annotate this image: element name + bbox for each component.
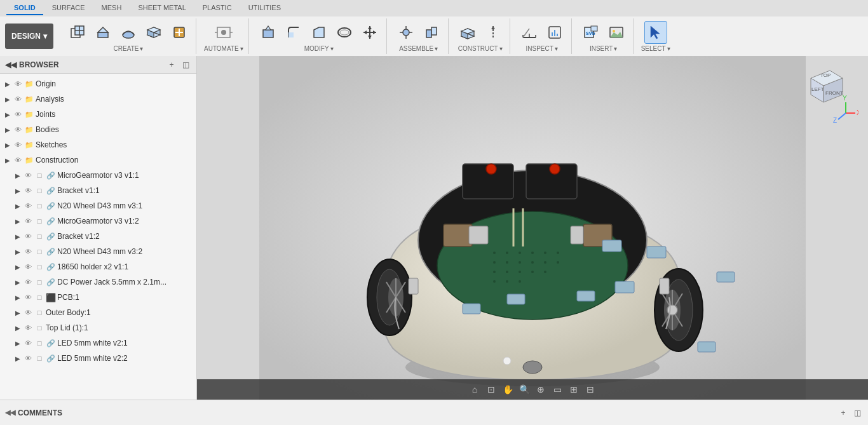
tree-item-led2[interactable]: ▶ 👁 □ 🔗 LED 5mm white v2:2 (0, 351, 196, 366)
tree-arrow-microgearmotor1[interactable]: ▶ (13, 172, 23, 179)
automate-label[interactable]: AUTOMATE ▾ (204, 45, 243, 52)
tree-arrow-led1[interactable]: ▶ (13, 340, 23, 347)
tree-arrow-holder18650[interactable]: ▶ (13, 264, 23, 271)
tree-arrow-microgearmotor2[interactable]: ▶ (13, 218, 23, 225)
design-button[interactable]: DESIGN ▾ (5, 24, 53, 49)
tree-item-bracket2[interactable]: ▶ 👁 □ 🔗 Bracket v1:2 (0, 229, 196, 244)
home-view-icon[interactable]: ⌂ (468, 382, 482, 396)
tree-item-toplid[interactable]: ▶ 👁 □ Top Lid (1):1 (0, 320, 196, 335)
inspect-measure-btn[interactable] (518, 21, 541, 44)
comments-add-icon[interactable]: + (837, 407, 849, 419)
construct-plane-btn[interactable] (456, 21, 479, 44)
eye-icon-origin[interactable]: 👁 (13, 79, 23, 89)
create-extrude-btn[interactable] (92, 21, 114, 44)
tab-mesh[interactable]: MESH (94, 1, 130, 15)
tab-utilities[interactable]: UTILITIES (241, 1, 288, 15)
tree-item-microgearmotor2[interactable]: ▶ 👁 □ 🔗 MicroGearmotor v3 v1:2 (0, 213, 196, 229)
browser-add-icon[interactable]: + (166, 59, 177, 71)
modify-chamfer-btn[interactable] (308, 21, 330, 44)
eye-icon-n20wheel2[interactable]: 👁 (23, 246, 33, 257)
tree-arrow-outerbody[interactable]: ▶ (13, 309, 23, 316)
select-btn[interactable] (644, 21, 667, 44)
eye-icon-n20wheel1[interactable]: 👁 (23, 201, 33, 211)
eye-icon-construction[interactable]: 👁 (13, 155, 23, 165)
zoom-fit-icon[interactable]: ⊡ (484, 382, 498, 396)
viewport[interactable]: X Y Z TOP LEFT FRONT ⌂ ⊡ ✋ 🔍 (197, 56, 868, 400)
select-label[interactable]: SELECT ▾ (641, 45, 670, 52)
tree-arrow-pcb1[interactable]: ▶ (13, 294, 23, 301)
tree-item-origin[interactable]: ▶ 👁 📁 Origin (0, 76, 196, 91)
modify-move-btn[interactable] (358, 21, 381, 44)
eye-icon-microgearmotor1[interactable]: 👁 (23, 170, 33, 180)
grid-icon[interactable]: ⊞ (567, 382, 581, 396)
tab-surface[interactable]: SURFACE (44, 1, 93, 15)
tree-item-dcpowerjack[interactable]: ▶ 👁 □ 🔗 DC Power Jack 5.5mm x 2.1m... (0, 274, 196, 290)
comments-left-arrows[interactable]: ◀◀ (5, 408, 15, 417)
tree-item-bodies[interactable]: ▶ 👁 📁 Bodies (0, 122, 196, 137)
tree-item-n20wheel2[interactable]: ▶ 👁 □ 🔗 N20 Wheel D43 mm v3:2 (0, 244, 196, 259)
modify-shell-btn[interactable] (333, 21, 356, 44)
tree-arrow-bracket2[interactable]: ▶ (13, 233, 23, 240)
tab-plastic[interactable]: PLASTIC (195, 1, 240, 15)
tree-arrow-n20wheel2[interactable]: ▶ (13, 248, 23, 255)
create-new-component-btn[interactable] (66, 21, 89, 44)
eye-icon-led1[interactable]: 👁 (23, 338, 33, 348)
display-settings-icon[interactable]: ▭ (550, 382, 564, 396)
tree-item-joints[interactable]: ▶ 👁 📁 Joints (0, 107, 196, 122)
modify-label[interactable]: MODIFY ▾ (304, 45, 334, 52)
browser-collapse-icon[interactable]: ◀◀ (5, 60, 17, 69)
create-label[interactable]: CREATE ▾ (114, 45, 144, 52)
insert-svg-btn[interactable]: SVG (580, 21, 602, 44)
create-revolve-btn[interactable] (117, 21, 140, 44)
view-options-icon[interactable]: ⊟ (583, 382, 597, 396)
eye-icon-analysis[interactable]: 👁 (13, 94, 23, 104)
construct-label[interactable]: CONSTRUCT ▾ (458, 45, 503, 52)
tree-arrow-dcpowerjack[interactable]: ▶ (13, 279, 23, 286)
eye-icon-bodies[interactable]: 👁 (13, 125, 23, 135)
tree-item-bracket1[interactable]: ▶ 👁 □ 🔗 Bracket v1:1 (0, 183, 196, 198)
tree-item-led1[interactable]: ▶ 👁 □ 🔗 LED 5mm white v2:1 (0, 335, 196, 351)
tree-arrow-construction[interactable]: ▶ (3, 157, 13, 164)
eye-icon-outerbody[interactable]: 👁 (23, 307, 33, 318)
eye-icon-microgearmotor2[interactable]: 👁 (23, 216, 33, 226)
assemble-joint-btn[interactable] (395, 21, 417, 44)
insert-label[interactable]: INSERT ▾ (590, 45, 618, 52)
eye-icon-holder18650[interactable]: 👁 (23, 262, 33, 272)
tree-item-microgearmotor1[interactable]: ▶ 👁 □ 🔗 MicroGearmotor v3 v1:1 (0, 168, 196, 183)
tab-sheet-metal[interactable]: SHEET METAL (130, 1, 193, 15)
pan-icon[interactable]: ✋ (501, 382, 515, 396)
tree-item-outerbody[interactable]: ▶ 👁 □ Outer Body:1 (0, 305, 196, 320)
tree-item-sketches[interactable]: ▶ 👁 📁 Sketches (0, 137, 196, 152)
tree-arrow-led2[interactable]: ▶ (13, 355, 23, 362)
tree-arrow-toplid[interactable]: ▶ (13, 325, 23, 332)
modify-fillet-btn[interactable] (282, 21, 305, 44)
automate-btn[interactable] (207, 21, 240, 44)
assemble-label[interactable]: ASSEMBLE ▾ (399, 45, 438, 52)
eye-icon-bracket2[interactable]: 👁 (23, 231, 33, 241)
inspect-analysis-btn[interactable] (543, 21, 566, 44)
eye-icon-bracket1[interactable]: 👁 (23, 186, 33, 196)
tree-item-pcb1[interactable]: ▶ 👁 □ ⬛ PCB:1 (0, 290, 196, 305)
viewcube[interactable]: X Y Z TOP LEFT FRONT (801, 65, 858, 123)
eye-icon-led2[interactable]: 👁 (23, 353, 33, 363)
tree-arrow-joints[interactable]: ▶ (3, 111, 13, 118)
tree-arrow-bracket1[interactable]: ▶ (13, 187, 23, 194)
eye-icon-pcb1[interactable]: 👁 (23, 292, 33, 302)
tree-arrow-n20wheel1[interactable]: ▶ (13, 203, 23, 210)
eye-icon-toplid[interactable]: 👁 (23, 323, 33, 333)
assemble-motion-btn[interactable] (420, 21, 443, 44)
zoom-icon[interactable]: 🔍 (517, 382, 531, 396)
modify-press-pull-btn[interactable] (257, 21, 280, 44)
eye-icon-joints[interactable]: 👁 (13, 109, 23, 119)
tree-item-holder18650[interactable]: ▶ 👁 □ 🔗 18650 holder x2 v1:1 (0, 259, 196, 274)
insert-image-btn[interactable] (605, 21, 628, 44)
tree-arrow-origin[interactable]: ▶ (3, 81, 13, 88)
create-box-btn[interactable] (142, 21, 165, 44)
tree-arrow-sketches[interactable]: ▶ (3, 142, 13, 149)
tab-solid[interactable]: SOLID (6, 1, 43, 15)
tree-arrow-bodies[interactable]: ▶ (3, 126, 13, 133)
comments-panel-icon[interactable]: ◫ (851, 407, 863, 419)
tree-arrow-analysis[interactable]: ▶ (3, 96, 13, 103)
construct-axis-btn[interactable] (482, 21, 505, 44)
tree-item-analysis[interactable]: ▶ 👁 📁 Analysis (0, 91, 196, 107)
